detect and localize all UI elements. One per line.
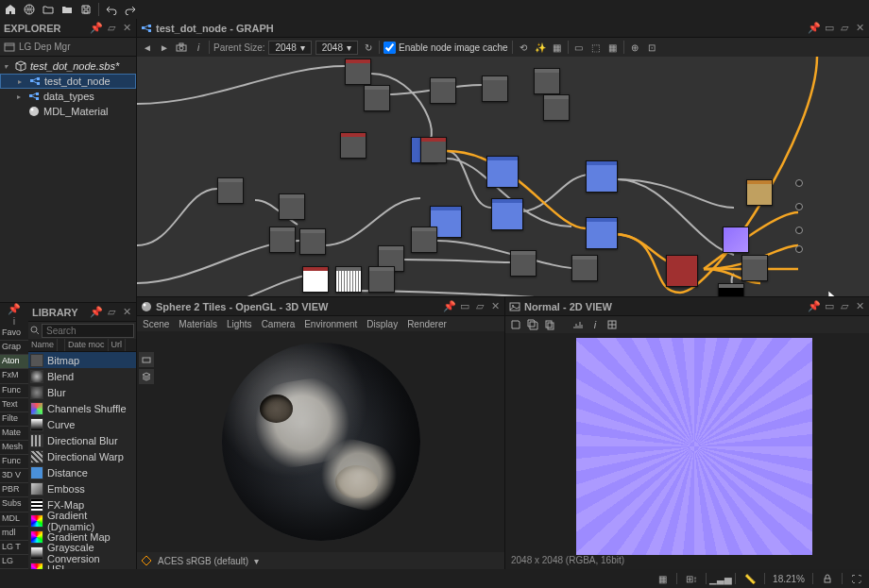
lib-cat-tab[interactable]: Mesh [0,441,28,455]
explorer-toolbar-label[interactable]: LG Dep Mgr [19,42,70,52]
library-item[interactable]: Blend [28,368,136,384]
globe-icon[interactable] [23,3,36,16]
frame-icon[interactable]: ▭ [572,41,586,54]
lib-cat-tab[interactable]: Grap [0,341,28,355]
graph-node[interactable] [486,156,519,188]
view3d-viewport[interactable] [137,331,504,552]
histogram-icon[interactable]: ▁▃▅ [714,572,727,585]
lib-cat-tab[interactable]: mdl [0,527,28,541]
tree-item-graph[interactable]: ▸ data_types [0,89,136,104]
view3d-menu-item[interactable]: Materials [179,319,217,329]
graph-node-output[interactable] [666,255,698,287]
graph-node[interactable] [335,266,362,293]
lib-cat-tab[interactable]: Aton [0,355,28,369]
camera-list-icon[interactable] [139,352,154,367]
enable-cache-checkbox[interactable]: Enable node image cache [383,42,508,54]
maximize-icon[interactable]: ▱ [106,23,117,34]
library-item[interactable]: Directional Blur [28,432,136,448]
parent-height-select[interactable]: 2048▾ [315,41,358,55]
graph-node[interactable] [482,76,508,102]
color-profile-select[interactable]: ACES sRGB (default) [158,556,248,566]
view3d-menu-item[interactable]: Scene [143,319,169,329]
library-columns[interactable]: Name Date moc Url [28,339,136,352]
restore-icon[interactable]: ▭ [459,301,470,312]
zoom-icon[interactable]: ⊕ [628,41,641,54]
graph-node[interactable] [430,77,456,104]
output-socket[interactable] [795,227,803,234]
pin-icon[interactable]: 📌 [444,301,455,312]
library-item[interactable]: Blur [28,384,136,400]
graph-node[interactable] [279,193,305,220]
home-icon[interactable] [4,3,17,16]
library-item[interactable]: Directional Warp [28,448,136,464]
view3d-menu-item[interactable]: Environment [304,319,357,329]
folder-icon[interactable] [60,3,74,16]
save-all-icon[interactable] [526,318,539,331]
fullscreen-icon[interactable]: ⛶ [850,572,863,585]
highlight-icon[interactable]: ✨ [534,41,547,54]
lib-col-date[interactable]: Date moc [65,339,109,351]
package-item[interactable]: ▾ test_dot_node.sbs* [0,59,136,74]
graph-node[interactable] [746,179,773,206]
maximize-icon[interactable]: ▱ [839,23,850,34]
close-icon[interactable]: ✕ [121,307,132,318]
graph-node[interactable] [741,255,768,281]
ruler-icon[interactable]: 📏 [743,572,757,585]
graph-node[interactable] [411,227,437,253]
graph-node[interactable] [586,160,618,193]
graph-node[interactable] [364,85,390,111]
save-icon[interactable] [509,318,522,331]
camera-icon[interactable] [175,41,188,54]
zoom-value[interactable]: 18.21% [773,574,805,584]
select-icon[interactable]: ⬚ [589,41,603,54]
nav-fwd-icon[interactable]: ► [158,41,171,54]
color-profile-icon[interactable] [141,555,152,566]
lib-cat-tab[interactable]: LG [0,555,28,569]
graph-node[interactable] [217,177,244,204]
graph-node[interactable] [586,217,618,249]
restore-icon[interactable]: ▭ [824,301,835,312]
close-icon[interactable]: ✕ [489,301,501,312]
lib-col-name[interactable]: Name [28,339,58,351]
graph-node[interactable] [718,283,744,296]
lib-cat-tab[interactable]: FxM [0,369,28,383]
pixel-info-icon[interactable] [605,318,619,331]
auto-layout-icon[interactable]: ⊞↕ [685,572,698,585]
library-item[interactable]: Curve [28,416,136,432]
lib-cat-tab[interactable]: 3D V [0,469,28,483]
graph-node[interactable] [571,255,598,281]
nav-back-icon[interactable]: ◄ [141,41,154,54]
graph-node[interactable] [269,227,296,253]
lib-col-url[interactable]: Url [109,339,127,351]
library-search-input[interactable] [42,324,134,338]
graph-node[interactable] [368,266,395,293]
pin-icon[interactable]: 📌 [91,307,102,318]
folder-open-icon[interactable] [42,3,55,16]
caret-down-icon[interactable]: ▾ [4,62,11,71]
library-item[interactable]: Grayscale Conversion [28,545,136,561]
lib-cat-tab[interactable]: PBR [0,483,28,497]
grid-icon[interactable]: ▦ [606,41,620,54]
lib-cat-tab[interactable]: Func [0,384,28,398]
graph-canvas[interactable] [137,57,869,296]
lib-cat-tab[interactable]: Favo [0,327,28,341]
lib-cat-tab[interactable]: Mate [0,427,28,441]
pin-icon[interactable]: 📌 [809,23,820,34]
output-socket[interactable] [795,245,803,253]
graph-node[interactable] [723,227,749,253]
link-icon[interactable]: ⟲ [517,41,530,54]
tree-item-graph[interactable]: ▸ test_dot_node [0,74,136,89]
view3d-menu-item[interactable]: Display [366,319,398,329]
pin-icon[interactable]: 📌 [91,23,102,34]
info-icon[interactable]: i [588,318,602,331]
restore-icon[interactable]: ▭ [824,23,835,34]
view3d-menu-item[interactable]: Lights [227,319,252,329]
graph-node[interactable] [345,59,371,85]
view3d-menu-item[interactable]: Renderer [407,319,447,329]
lib-cat-tab[interactable]: Subs [0,497,28,512]
lib-cat-tab[interactable]: Text [0,398,28,412]
layers-icon[interactable] [139,369,154,384]
output-socket[interactable] [795,179,803,187]
output-socket[interactable] [795,203,803,210]
undo-icon[interactable] [105,3,118,16]
